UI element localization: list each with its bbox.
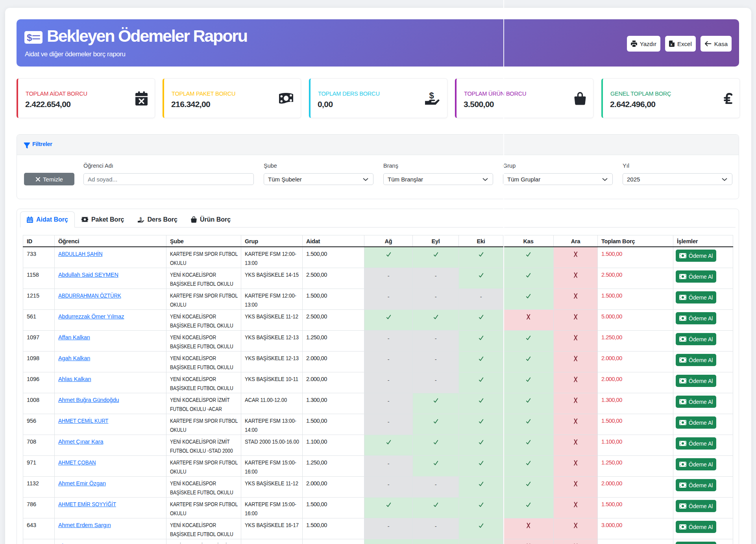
svg-text:$: $ <box>27 32 32 43</box>
svg-text:$: $ <box>139 216 142 220</box>
svg-text:$: $ <box>429 92 434 100</box>
svg-text:x: x <box>671 43 673 46</box>
